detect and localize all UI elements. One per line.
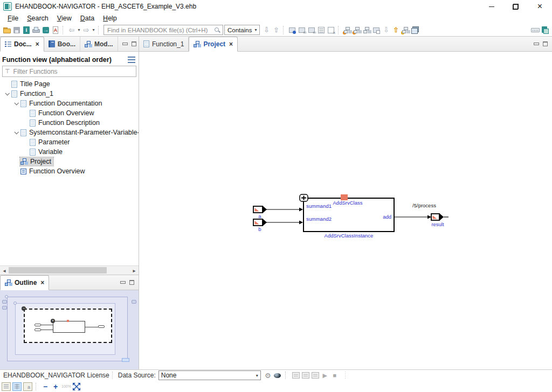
zoom-in-button[interactable]: + — [51, 382, 60, 391]
diagram-canvas[interactable]: a b AddSrvCl — [139, 52, 552, 369]
tab-models[interactable]: Mod... — [80, 37, 118, 51]
tab-outline[interactable]: Outline × — [0, 275, 49, 290]
down-filled-icon[interactable] — [381, 25, 391, 35]
minimize-panel-button[interactable] — [534, 43, 539, 45]
zoom-out-button[interactable]: − — [41, 382, 50, 391]
tree-item-function-1[interactable]: Function_1 — [0, 89, 139, 99]
tree-find-a-icon[interactable] — [352, 25, 362, 35]
close-tab-icon[interactable]: × — [36, 40, 39, 48]
menu-data[interactable]: Data — [76, 15, 99, 22]
arrow-down-icon[interactable] — [261, 25, 271, 35]
chevron-expanded-icon[interactable] — [3, 92, 11, 95]
close-tab-icon[interactable]: × — [40, 279, 44, 286]
tab-project[interactable]: Project × — [189, 37, 238, 52]
restore-window-button[interactable] — [503, 0, 528, 13]
list-view-icon[interactable] — [316, 25, 326, 35]
menu-help[interactable]: Help — [99, 15, 121, 22]
zoom-reset-button[interactable]: 100% — [61, 384, 71, 388]
input-port-b[interactable] — [253, 219, 267, 226]
outline-panel: Outline × − — [0, 275, 139, 369]
scroll-right-icon[interactable]: ▸ — [130, 268, 139, 274]
nav-back-icon[interactable] — [67, 25, 77, 35]
print-icon[interactable] — [31, 25, 41, 35]
tree-grey-icon[interactable] — [362, 25, 371, 35]
up-gold-icon[interactable] — [391, 25, 401, 35]
tree-item-function-overview[interactable]: Function Overview — [0, 166, 139, 176]
keyboard-icon[interactable] — [530, 25, 540, 35]
menu-view[interactable]: View — [53, 15, 76, 22]
find-input[interactable] — [106, 26, 212, 34]
link-icon[interactable] — [371, 25, 381, 35]
chevron-expanded-icon[interactable] — [12, 131, 20, 134]
experiment-view-icon[interactable] — [310, 370, 320, 380]
gear-icon[interactable] — [263, 370, 273, 380]
minimize-panel-button[interactable] — [122, 43, 128, 45]
minimize-window-button[interactable] — [479, 0, 503, 13]
tree-item-variable[interactable]: Variable — [0, 147, 139, 157]
contains-dropdown[interactable]: Contains ▾ — [224, 25, 260, 35]
info-book-icon[interactable] — [22, 25, 31, 35]
app-window-icon[interactable] — [540, 25, 550, 35]
tree-item-title-page[interactable]: Title Page — [0, 79, 139, 89]
annotation-view-icon[interactable] — [23, 382, 32, 391]
tree-gold-c-icon[interactable] — [401, 25, 410, 35]
outline-minimap[interactable]: − + — [0, 290, 139, 369]
export-icon[interactable] — [41, 25, 51, 35]
outline-icon — [5, 279, 12, 286]
expand-icon[interactable] — [300, 194, 308, 201]
arrow-up-icon[interactable] — [271, 25, 281, 35]
minimize-panel-button[interactable] — [120, 281, 126, 284]
chevron-expanded-icon[interactable] — [12, 102, 20, 105]
play-icon[interactable] — [320, 370, 330, 380]
close-tab-icon[interactable]: × — [229, 40, 233, 48]
experiment-icon[interactable] — [291, 370, 301, 380]
table-view-icon[interactable] — [326, 25, 336, 35]
drag-handle[interactable] — [343, 372, 348, 379]
scroll-left-icon[interactable]: ◂ — [0, 268, 9, 274]
input-port-a[interactable] — [253, 206, 267, 213]
tree-item-function-description[interactable]: Function Description — [0, 118, 139, 128]
dropdown-icon[interactable] — [91, 25, 96, 35]
chip-prev-icon[interactable] — [307, 25, 316, 35]
maximize-panel-button[interactable] — [129, 280, 134, 285]
chip-go-icon[interactable] — [287, 25, 297, 35]
tab-documents[interactable]: Doc... × — [0, 37, 44, 52]
block-diagram[interactable]: a b AddSrvCl — [248, 192, 453, 241]
tree-item-parameter[interactable]: Parameter — [0, 137, 139, 147]
fit-to-screen-button[interactable] — [73, 383, 80, 390]
single-page-view-icon[interactable] — [2, 382, 11, 391]
tab-books[interactable]: Boo... — [44, 37, 80, 51]
tree-add-icon[interactable] — [342, 25, 352, 35]
scrollbar-thumb[interactable] — [9, 267, 107, 274]
editor-tabstrip: Function_1 Project × — [139, 37, 552, 52]
filter-input[interactable] — [12, 67, 134, 76]
chip-back-icon[interactable] — [297, 25, 307, 35]
open-folder-icon[interactable] — [2, 25, 12, 35]
zoom-toolbar: − + 100% — [0, 381, 552, 392]
maximize-panel-button[interactable] — [132, 41, 136, 46]
minimap-viewport-indicator[interactable] — [122, 358, 129, 362]
close-window-button[interactable]: × — [528, 0, 552, 13]
experiment-config-icon[interactable] — [301, 370, 310, 380]
save-icon[interactable] — [12, 25, 22, 35]
nav-forward-icon[interactable] — [81, 25, 91, 35]
tree-item-function-documentation[interactable]: Function Documentation — [0, 99, 139, 108]
maximize-panel-button[interactable] — [543, 41, 548, 46]
tree-item-function-overview[interactable]: Function Overview — [0, 108, 139, 118]
view-menu-icon[interactable] — [128, 57, 135, 63]
tab-function-1[interactable]: Function_1 — [139, 37, 189, 51]
pdf-icon[interactable] — [51, 25, 60, 35]
menu-search[interactable]: Search — [23, 15, 53, 22]
tree-item-project[interactable]: Project — [0, 157, 139, 166]
lens-icon[interactable] — [273, 370, 282, 380]
output-port-result[interactable] — [431, 213, 448, 221]
tree-item-systemconstant-parameter-variable-cl[interactable]: Systemconstant-Parameter-Variable-Cl — [0, 128, 139, 137]
search-icon[interactable] — [212, 25, 222, 35]
horizontal-scrollbar[interactable]: ◂ ▸ — [0, 265, 139, 275]
dropdown-icon[interactable] — [77, 25, 81, 35]
book-view-icon[interactable] — [12, 382, 22, 391]
layers-icon[interactable] — [410, 25, 420, 35]
data-source-select[interactable]: None ▾ — [158, 370, 261, 380]
stop-icon[interactable] — [330, 370, 340, 380]
menu-file[interactable]: File — [3, 15, 23, 22]
